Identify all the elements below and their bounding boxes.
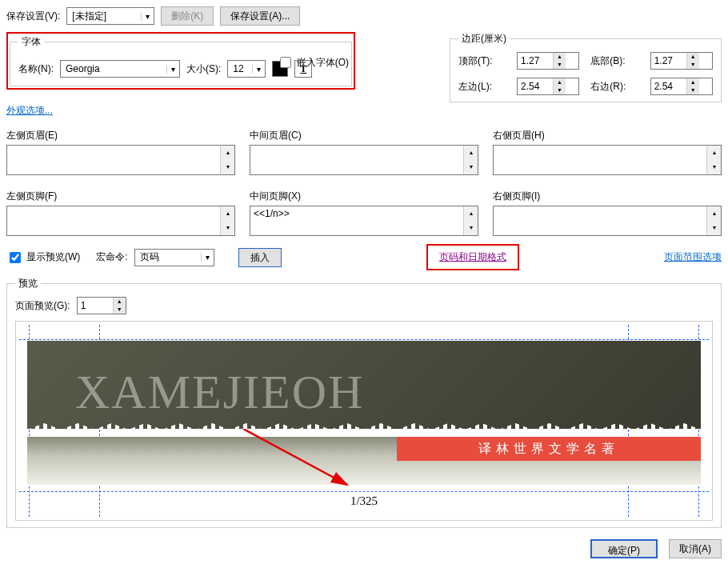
margin-right-label: 右边(R):: [590, 80, 638, 94]
margin-left-spinner[interactable]: ▲▼: [517, 78, 579, 95]
margins-legend: 边距(厘米): [458, 32, 510, 46]
font-name-dropdown[interactable]: Georgia▾: [60, 60, 180, 78]
center-footer-input[interactable]: <<1/n>>▴▾: [250, 206, 478, 236]
font-name-label: 名称(N):: [18, 62, 54, 76]
font-legend: 字体: [18, 35, 44, 49]
chevron-down-icon: ▾: [166, 65, 179, 74]
left-footer-input[interactable]: ▴▾: [6, 206, 235, 236]
svg-line-0: [243, 429, 347, 485]
appearance-options-link[interactable]: 外观选项...: [6, 105, 53, 116]
left-footer-label: 左侧页脚(F): [6, 190, 235, 203]
left-header-input[interactable]: ▴▾: [6, 145, 235, 175]
margin-left-label: 左边(L):: [458, 80, 506, 94]
font-size-label: 大小(S):: [186, 62, 221, 76]
center-header-input[interactable]: ▴▾: [250, 145, 478, 175]
center-footer-label: 中间页脚(X): [250, 190, 478, 203]
right-footer-label: 右侧页脚(I): [493, 190, 722, 203]
margin-right-spinner[interactable]: ▲▼: [650, 78, 713, 95]
cancel-button[interactable]: 取消(A): [669, 539, 722, 558]
left-header-label: 左侧页眉(E): [6, 129, 235, 142]
macro-dropdown[interactable]: 页码▾: [134, 249, 214, 266]
page-date-format-link[interactable]: 页码和日期格式: [439, 251, 506, 262]
center-header-label: 中间页眉(C): [250, 129, 478, 142]
margin-bottom-spinner[interactable]: ▲▼: [650, 52, 713, 70]
right-header-label: 右侧页眉(H): [493, 129, 722, 142]
macro-label: 宏命令:: [96, 250, 127, 264]
page-preview-label: 页面预览(G):: [15, 299, 70, 313]
save-settings-label: 保存设置(V):: [6, 10, 60, 23]
margin-bottom-label: 底部(B):: [590, 54, 638, 68]
chevron-down-icon: ▾: [252, 65, 265, 74]
margin-top-label: 顶部(T):: [458, 54, 506, 68]
right-header-input[interactable]: ▴▾: [493, 145, 722, 175]
page-range-options-link[interactable]: 页面范围选项: [664, 250, 722, 264]
ok-button[interactable]: 确定(P): [590, 539, 658, 558]
preview-banner: 译林世界文学名著: [397, 437, 701, 461]
annotation-arrow-icon: [243, 429, 371, 501]
insert-button[interactable]: 插入: [238, 248, 282, 267]
font-size-dropdown[interactable]: 12▾: [227, 60, 266, 78]
right-footer-input[interactable]: ▴▾: [493, 206, 722, 236]
chevron-down-icon: ▾: [201, 253, 214, 262]
preview-page-number: 1/325: [19, 494, 709, 508]
save-settings-button[interactable]: 保存设置(A)...: [220, 6, 300, 26]
margin-top-spinner[interactable]: ▲▼: [517, 52, 579, 70]
page-preview-spinner[interactable]: ▲▼: [77, 297, 126, 314]
chevron-down-icon: ▾: [141, 12, 154, 21]
preview-header-image: XAMEJIEOH: [27, 341, 701, 429]
save-settings-dropdown[interactable]: [未指定]▾: [66, 7, 154, 25]
show-preview-checkbox[interactable]: 显示预览(W): [6, 250, 80, 266]
embed-font-checkbox[interactable]: 嵌入字体(O): [277, 54, 349, 70]
delete-button[interactable]: 删除(K): [161, 6, 214, 26]
preview-legend: 预览: [15, 277, 41, 290]
preview-area: XAMEJIEOH 译林世界文学名著 1/325: [15, 321, 713, 521]
